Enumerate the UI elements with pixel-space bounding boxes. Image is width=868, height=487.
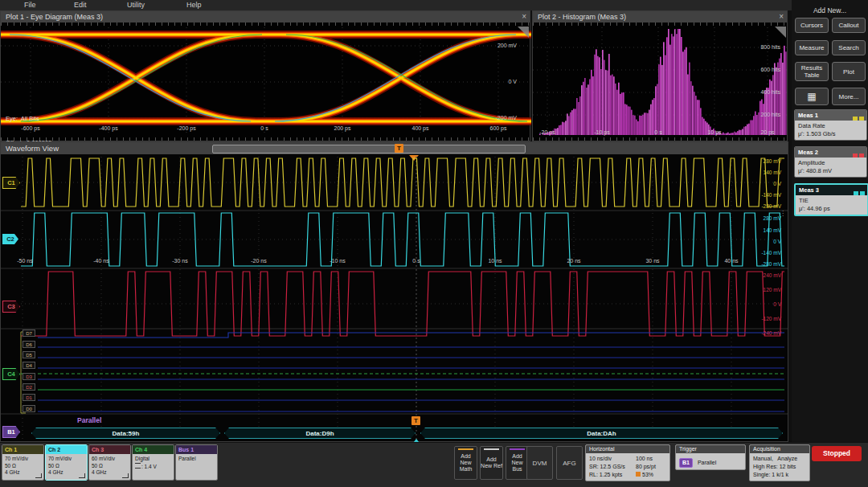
ch3-badge-header: Ch 3 <box>89 445 130 454</box>
acquisition-badge[interactable]: Acquisition Manual, Analyze High Res: 12… <box>749 444 810 481</box>
ch1-impedance: 50 Ω <box>5 463 41 470</box>
add-new-ref-button[interactable]: Add New Ref <box>480 446 503 480</box>
cursors-button[interactable]: Cursors <box>795 18 829 33</box>
digital-d3-badge[interactable]: D3 <box>23 373 35 380</box>
bus1-badge[interactable]: Bus 1 Parallel <box>175 444 218 481</box>
search-button[interactable]: Search <box>832 40 866 55</box>
time-label-5: 0 s <box>412 258 420 264</box>
ch3-impedance: 50 Ω <box>92 463 128 470</box>
meas1-value: μ': 1.503 Gb/s <box>798 130 863 138</box>
more-button[interactable]: More... <box>832 88 866 105</box>
ch1-scale-0: 0 V <box>746 181 781 186</box>
meas1-color-icon <box>851 113 864 124</box>
menu-bar: File Edit Utility Help <box>0 0 792 10</box>
ch4-mode: Digital <box>135 456 171 463</box>
meas2-badge[interactable]: Meas 2 Amplitude μ': 480.8 mV <box>794 146 867 178</box>
acq-mode: Manual, Analyze <box>753 455 806 463</box>
bus-segment-1[interactable]: Data:59h <box>31 428 220 439</box>
bus-segment-2[interactable]: Data:D9h <box>224 428 416 439</box>
digital-d6-badge[interactable]: D6 <box>23 341 35 348</box>
ch1-probe-icon <box>35 473 42 478</box>
h-recordlength: RL: 1.25 kpts <box>589 471 636 479</box>
digital-d7-badge[interactable]: D7 <box>23 329 35 337</box>
horizontal-body: 10 ns/div100 ns SR: 12.5 GS/s80 ps/pt RL… <box>586 453 669 481</box>
digital-d0-badge[interactable]: D0 <box>23 405 35 412</box>
acquisition-body: Manual, Analyze High Res: 12 bits Single… <box>750 453 809 481</box>
eye-ylabel-n200mv: -200 mV <box>473 115 517 121</box>
eye-xlabel-4: 200 ps <box>334 125 350 131</box>
stopped-button[interactable]: Stopped <box>812 446 862 461</box>
time-label-6: 10 ns <box>488 258 502 264</box>
measure-button[interactable]: Measure <box>795 40 829 55</box>
ch4-badge[interactable]: Ch 4 Digital : 1.4 V <box>132 444 174 481</box>
ch1-scale-n280: -280 mV <box>746 203 781 209</box>
time-label-9: 40 ns <box>724 258 738 264</box>
bus-color-stripe <box>510 448 525 450</box>
plot-button[interactable]: Plot <box>832 62 866 81</box>
plot2-zoom-corner-icon[interactable] <box>775 27 786 38</box>
sidebar: Add New... Cursors Callout Measure Searc… <box>792 0 868 442</box>
plot2-close-icon[interactable]: × <box>779 11 784 23</box>
scrollbar-trigger-marker[interactable]: T <box>395 144 403 153</box>
plot1-close-icon[interactable]: × <box>522 11 526 23</box>
add-ref-label: Add New Ref <box>481 456 502 469</box>
menu-edit[interactable]: Edit <box>74 1 87 9</box>
plot1-title: Plot 1 - Eye Diagram (Meas 3) <box>6 13 103 21</box>
add-new-math-button[interactable]: Add New Math <box>454 446 477 480</box>
add-new-bus-button[interactable]: Add New Bus <box>506 446 529 480</box>
digital-d5-badge[interactable]: D5 <box>23 351 35 358</box>
plot1-zoom-corner-icon[interactable] <box>518 27 529 38</box>
trigger-type: Parallel <box>698 460 716 465</box>
meas1-badge[interactable]: Meas 1 Data Rate μ': 1.503 Gb/s <box>794 109 867 141</box>
time-label-8: 30 ns <box>645 258 659 264</box>
ch3-scale-0: 0 V <box>746 301 781 307</box>
eye-ylabel-0v: 0 V <box>473 79 517 84</box>
digital-d2-badge[interactable]: D2 <box>23 383 35 391</box>
hist-xlabel-1: -10 ps <box>594 129 609 135</box>
ch1-badge[interactable]: Ch 1 70 mV/div 50 Ω 4 GHz <box>2 444 44 481</box>
ch4-badge-body: Digital : 1.4 V <box>133 454 174 480</box>
add-bus-label: Add New Bus <box>506 453 528 473</box>
h-samplerate: SR: 12.5 GS/s <box>589 463 636 471</box>
ch3-badge-body: 60 mV/div 50 Ω 4 GHz <box>89 454 130 480</box>
plot1-title-bar[interactable]: Plot 1 - Eye Diagram (Meas 3) × <box>1 11 530 23</box>
ch2-probe-icon <box>79 473 85 478</box>
plot2-title-bar[interactable]: Plot 2 - Histogram (Meas 3) × <box>533 11 787 23</box>
digital-d4-badge[interactable]: D4 <box>23 362 35 369</box>
menu-utility[interactable]: Utility <box>127 1 145 9</box>
meas3-badge[interactable]: Meas 3 TIE μ': 44.96 ps <box>794 183 868 216</box>
meas3-value: μ': 44.96 ps <box>799 205 864 213</box>
hist-ylabel-600: 600 hits <box>737 67 780 72</box>
meas2-value: μ': 480.8 mV <box>798 167 863 175</box>
plot2-area: 800 hits 600 hits 400 hits 200 hits -20 … <box>533 23 787 141</box>
ch1-scale-n140: -140 mV <box>746 192 781 198</box>
ch3-badge[interactable]: Ch 3 60 mV/div 50 Ω 4 GHz <box>88 444 131 481</box>
dvm-button[interactable]: DVM <box>526 446 553 480</box>
digital-d1-badge[interactable]: D1 <box>23 394 35 401</box>
trigger-badge[interactable]: Trigger B1 Parallel <box>675 444 746 470</box>
waveform-pan-scrollbar[interactable] <box>212 145 526 153</box>
ch1-scale-280: 280 mV <box>746 158 781 164</box>
time-label-7: 20 ns <box>567 258 580 264</box>
afg-button[interactable]: AFG <box>556 446 583 480</box>
h-resolution: 80 ps/pt <box>636 463 656 471</box>
meas3-color-icon <box>852 188 865 198</box>
bus-segment-3[interactable]: Data:DAh <box>420 428 783 439</box>
results-table-icon[interactable]: ▦ <box>795 88 829 105</box>
ch3-scale-240: 240 mV <box>746 272 781 278</box>
meas2-color-icon <box>851 150 864 161</box>
waveform-view: Waveform View T 280 mV 140 mV 0 V -140 m… <box>0 141 788 442</box>
divider-drag-handle[interactable]: ⋮ <box>780 210 786 217</box>
plot1-eye-diagram-panel: Plot 1 - Eye Diagram (Meas 3) × <box>0 10 530 141</box>
ch2-badge-header: Ch 2 <box>46 445 87 454</box>
menu-help[interactable]: Help <box>186 1 202 9</box>
add-new-label: Add New... <box>792 6 868 14</box>
acquisition-header: Acquisition <box>750 445 809 453</box>
menu-file[interactable]: File <box>24 1 36 9</box>
eye-ylabel-200mv: 200 mV <box>473 43 517 48</box>
ch2-badge[interactable]: Ch 2 70 mV/div 50 Ω 4 GHz <box>45 444 88 481</box>
callout-button[interactable]: Callout <box>832 18 866 33</box>
results-table-button[interactable]: Results Table <box>795 62 829 81</box>
meas2-header: Meas 2 <box>795 147 866 158</box>
horizontal-badge[interactable]: Horizontal 10 ns/div100 ns SR: 12.5 GS/s… <box>585 444 670 481</box>
